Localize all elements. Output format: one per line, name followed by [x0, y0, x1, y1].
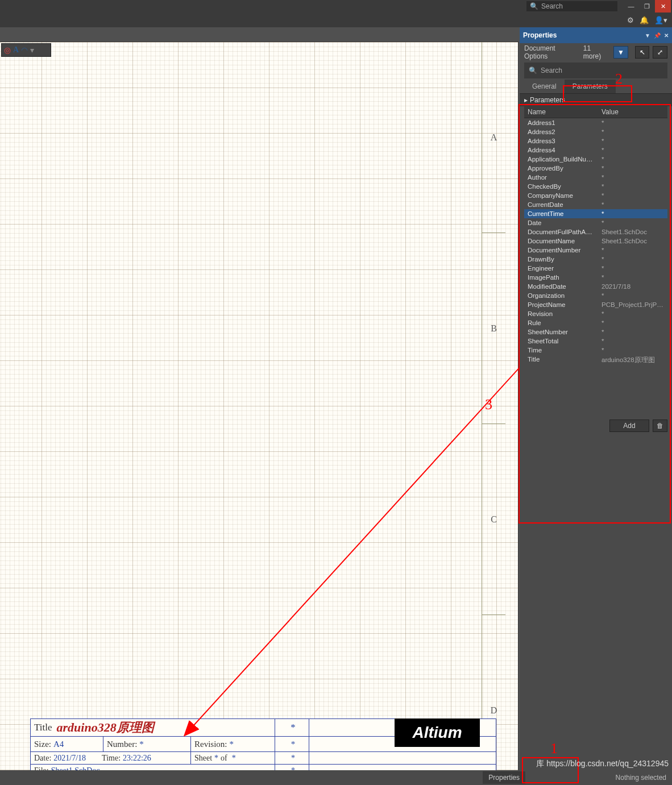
- param-row[interactable]: Titlearduino328原理图: [524, 355, 667, 365]
- global-search[interactable]: 🔍 Search: [526, 1, 617, 11]
- param-row[interactable]: DocumentFullPathAndNameSheet1.SchDoc: [524, 227, 667, 236]
- panel-header[interactable]: Properties ▼ 📌 ✕: [520, 27, 672, 43]
- param-value: *: [598, 136, 667, 146]
- param-value: *: [598, 182, 667, 191]
- tab-general[interactable]: General: [524, 80, 565, 93]
- tab-parameters[interactable]: Parameters: [565, 80, 616, 93]
- param-row[interactable]: Address2*: [524, 127, 667, 136]
- param-row[interactable]: ProjectNamePCB_Project1.PrjPCB: [524, 300, 667, 309]
- param-row[interactable]: SheetTotal*: [524, 337, 667, 346]
- param-name: Address1: [524, 118, 598, 127]
- status-tab-properties[interactable]: Properties: [483, 771, 525, 784]
- param-value: *: [598, 218, 667, 227]
- param-row[interactable]: ImagePath*: [524, 273, 667, 282]
- param-value: *: [598, 337, 667, 346]
- status-bar: Nothing selected: [0, 770, 672, 785]
- param-name: CurrentDate: [524, 200, 598, 209]
- param-name: ModifiedDate: [524, 282, 598, 291]
- maximize-button[interactable]: ❐: [639, 0, 655, 13]
- annotation-label-1: 1: [550, 740, 558, 757]
- param-row[interactable]: Address3*: [524, 136, 667, 146]
- border-row-b: B: [482, 233, 505, 424]
- param-value: *: [598, 200, 667, 209]
- dropdown-icon[interactable]: ▾: [30, 45, 34, 55]
- param-value: *: [598, 118, 667, 127]
- text-tool-icon[interactable]: A: [13, 45, 19, 55]
- param-name: CurrentTime: [524, 209, 598, 218]
- target-icon[interactable]: ◎: [4, 45, 11, 55]
- param-value: PCB_Project1.PrjPCB: [598, 300, 667, 309]
- floating-toolbar[interactable]: ◎ A ◠ ▾: [1, 43, 51, 57]
- search-icon: 🔍: [530, 2, 538, 10]
- param-row[interactable]: Date*: [524, 218, 667, 227]
- param-row[interactable]: ModifiedDate2021/7/18: [524, 282, 667, 291]
- delete-button[interactable]: 🗑: [653, 420, 667, 432]
- header-icons: ⚙ 🔔 👤▾: [0, 13, 672, 27]
- panel-pin-icon[interactable]: 📌: [654, 32, 661, 39]
- close-button[interactable]: ✕: [655, 0, 671, 13]
- arc-tool-icon[interactable]: ◠: [21, 45, 28, 55]
- param-name: Time: [524, 346, 598, 355]
- param-row[interactable]: Address1*: [524, 118, 667, 127]
- param-name: Revision: [524, 309, 598, 318]
- user-icon[interactable]: 👤▾: [654, 16, 667, 24]
- param-row[interactable]: Address4*: [524, 146, 667, 155]
- properties-panel: Properties ▼ 📌 ✕ Document Options 11 mor…: [520, 27, 672, 770]
- param-row[interactable]: CurrentTime*: [524, 209, 667, 218]
- param-value: Sheet1.SchDoc: [598, 227, 667, 236]
- filter-button[interactable]: ▼: [613, 46, 628, 59]
- param-name: SheetTotal: [524, 337, 598, 346]
- schematic-sheet: A B C D 3 4 Title arduino328原理图 *: [0, 41, 518, 770]
- param-value: *: [598, 318, 667, 327]
- param-row[interactable]: DocumentNameSheet1.SchDoc: [524, 236, 667, 246]
- param-value: *: [598, 173, 667, 182]
- param-value: *: [598, 155, 667, 164]
- param-row[interactable]: Time*: [524, 346, 667, 355]
- param-row[interactable]: CheckedBy*: [524, 182, 667, 191]
- param-value: *: [598, 264, 667, 273]
- param-row[interactable]: Rule*: [524, 318, 667, 327]
- param-name: ProjectName: [524, 300, 598, 309]
- panel-search[interactable]: 🔍 Search: [524, 63, 667, 78]
- param-row[interactable]: Revision*: [524, 309, 667, 318]
- panel-dropdown-icon[interactable]: ▼: [645, 32, 650, 39]
- param-value: 2021/7/18: [598, 282, 667, 291]
- annotation-label-3: 3: [485, 396, 492, 413]
- parameters-group-header[interactable]: ▸ Parameters: [520, 94, 672, 106]
- param-row[interactable]: DocumentNumber*: [524, 246, 667, 255]
- pick-button[interactable]: ↖: [635, 46, 650, 59]
- param-name: DocumentName: [524, 236, 598, 246]
- schematic-canvas[interactable]: ◎ A ◠ ▾ A B C D 3 4 Title arduino328原理图: [0, 27, 520, 770]
- watermark: 库 https://blog.csdn.net/qq_24312945: [536, 759, 669, 769]
- param-name: ApprovedBy: [524, 164, 598, 173]
- param-value: *: [598, 246, 667, 255]
- col-value[interactable]: Value: [598, 106, 667, 118]
- collapse-icon: ▸: [524, 96, 528, 104]
- param-row[interactable]: Author*: [524, 173, 667, 182]
- param-row[interactable]: CurrentDate*: [524, 200, 667, 209]
- param-value: *: [598, 327, 667, 337]
- param-name: Application_BuildNumber: [524, 155, 598, 164]
- param-row[interactable]: Application_BuildNumber*: [524, 155, 667, 164]
- param-value: arduino328原理图: [598, 355, 667, 365]
- param-row[interactable]: DrawnBy*: [524, 255, 667, 264]
- expand-button[interactable]: ⤢: [653, 46, 667, 59]
- add-button[interactable]: Add: [609, 420, 649, 432]
- param-row[interactable]: ApprovedBy*: [524, 164, 667, 173]
- col-name[interactable]: Name: [524, 106, 598, 118]
- title-value: arduino328原理图: [57, 719, 154, 736]
- gear-icon[interactable]: ⚙: [627, 16, 634, 24]
- panel-close-icon[interactable]: ✕: [664, 32, 669, 39]
- bell-icon[interactable]: 🔔: [640, 16, 649, 24]
- param-name: Engineer: [524, 264, 598, 273]
- param-row[interactable]: SheetNumber*: [524, 327, 667, 337]
- param-row[interactable]: Organization*: [524, 291, 667, 300]
- title-block: Title arduino328原理图 * Size:A4 Number:* R…: [30, 718, 496, 770]
- param-row[interactable]: CompanyName*: [524, 191, 667, 200]
- document-options-row: Document Options 11 more) ▼ ↖ ⤢: [520, 43, 672, 61]
- param-column-headers[interactable]: Name Value: [524, 106, 667, 118]
- minimize-button[interactable]: —: [623, 0, 639, 13]
- param-row[interactable]: Engineer*: [524, 264, 667, 273]
- annotation-label-2: 2: [615, 70, 623, 88]
- parameters-table: Name Value Address1*Address2*Address3*Ad…: [524, 106, 667, 365]
